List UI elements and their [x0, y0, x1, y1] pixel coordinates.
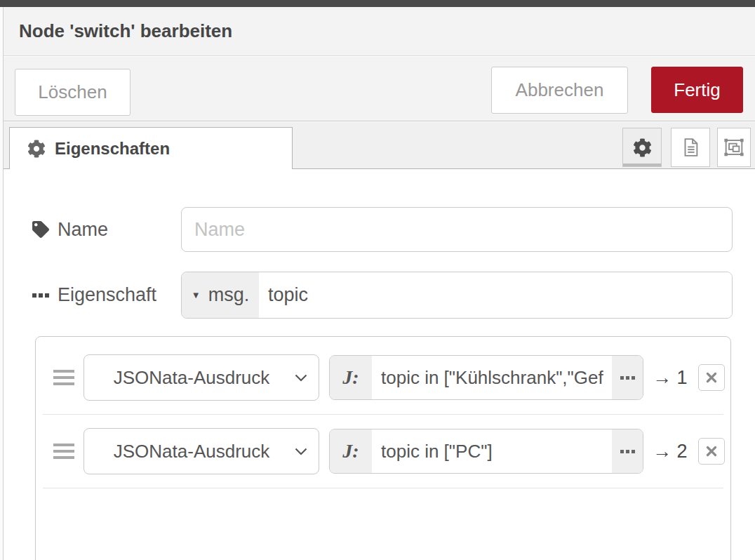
property-type-selector[interactable]: ▼ msg. [182, 272, 259, 318]
tab-properties-label: Eigenschaften [55, 139, 170, 159]
rule-1-expression-input[interactable] [372, 356, 612, 399]
drag-handle-icon[interactable] [53, 444, 74, 459]
properties-tab-button[interactable] [622, 128, 662, 167]
rule-2-type-select[interactable]: JSONata-Ausdruck [83, 428, 319, 474]
rule-row-1: JSONata-Ausdruck J: → 1 [43, 341, 723, 415]
rule-1-typed-input: J: [329, 355, 643, 400]
chevron-down-icon [295, 448, 307, 455]
name-input[interactable] [181, 207, 733, 252]
name-label: Name [58, 219, 108, 241]
rule-1-output-port: → 1 [653, 367, 689, 389]
delete-button[interactable]: Löschen [15, 69, 131, 116]
jsonata-icon[interactable]: J: [330, 429, 372, 473]
property-typed-input: ▼ msg. [181, 272, 733, 319]
chevron-down-icon [295, 374, 307, 382]
cancel-button[interactable]: Abbrechen [491, 67, 628, 114]
rule-2-type-label: JSONata-Ausdruck [114, 441, 290, 462]
tag-icon [32, 221, 49, 238]
rule-2-expand-button[interactable] [612, 429, 643, 473]
appearance-tab-button[interactable] [717, 128, 751, 167]
rule-1-expand-button[interactable] [612, 356, 643, 399]
remove-x-icon [706, 372, 717, 383]
ellipsis-icon [32, 293, 49, 298]
rule-2-typed-input: J: [329, 429, 643, 474]
rules-container: JSONata-Ausdruck J: → 1 JSONata-Ausdruck [35, 336, 731, 560]
tray-header: Node 'switch' bearbeiten [4, 7, 755, 56]
caret-down-icon: ▼ [192, 290, 201, 300]
tray-toolbar: Löschen Abbrechen Fertig [4, 57, 755, 121]
name-row-label: Name [32, 207, 108, 252]
remove-x-icon [706, 446, 717, 457]
done-button[interactable]: Fertig [651, 67, 743, 113]
cog-icon [633, 138, 652, 157]
property-row-label: Eigenschaft [32, 272, 156, 319]
edit-tray: Node 'switch' bearbeiten Löschen Abbrech… [3, 7, 755, 560]
rule-2-expression-input[interactable] [372, 429, 612, 473]
jsonata-icon[interactable]: J: [330, 356, 372, 399]
dialog-title: Node 'switch' bearbeiten [19, 20, 232, 42]
property-input[interactable] [259, 272, 732, 318]
tray-content: Name Eigenschaft ▼ msg. JSONata-Ausdruck [4, 169, 755, 560]
tab-properties[interactable]: Eigenschaften [9, 127, 293, 169]
rule-1-type-label: JSONata-Ausdruck [114, 367, 290, 389]
drag-handle-icon[interactable] [53, 370, 74, 385]
rule-1-remove-button[interactable] [698, 364, 725, 391]
tray-tab-bar: Eigenschaften [4, 122, 755, 169]
property-label: Eigenschaft [58, 284, 156, 306]
rule-row-2: JSONata-Ausdruck J: → 2 [43, 415, 723, 488]
rule-2-remove-button[interactable] [698, 438, 725, 465]
description-tab-button[interactable] [671, 128, 710, 167]
msg-prefix-label: msg. [208, 284, 250, 306]
rule-1-type-select[interactable]: JSONata-Ausdruck [83, 354, 319, 401]
object-group-icon [723, 136, 745, 159]
app-header-bar [0, 0, 755, 7]
file-text-icon [680, 137, 701, 158]
rule-2-output-port: → 2 [653, 441, 689, 462]
cog-icon [27, 140, 46, 158]
